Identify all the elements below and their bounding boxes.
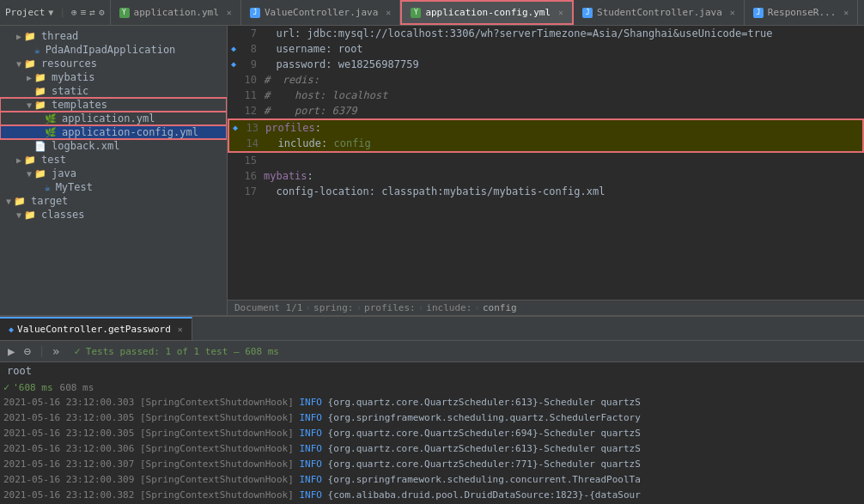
tree-label: java [52,167,76,179]
tab-label-ValueController-java: ValueController.java [265,7,378,18]
editor-tabs: Yapplication.yml✕JValueController.java✕Y… [111,0,864,25]
play-icon[interactable]: ▶ [5,343,17,360]
tree-label: logback.xml [52,140,119,152]
code-text: password: we18256987759 [264,57,861,72]
log-line: 2021-05-16 23:12:00.305 [SpringContextSh… [0,410,864,426]
code-text: config-location: classpath:mybatis/mybat… [264,184,861,199]
test-row: ✓ '608 ms 608 ms [0,380,864,395]
tree-item-static[interactable]: 📁static [0,84,227,98]
code-text: url: jdbc:mysql://localhost:3306/wh?serv… [264,26,861,41]
line-number: 9 [238,57,264,72]
toolbar-icons: Project ▼ | ⊕ ≡ ⇄ ⚙ [0,0,111,25]
line-number: 12 [238,103,264,118]
tab-bar: Project ▼ | ⊕ ≡ ⇄ ⚙ Yapplication.yml✕JVa… [0,0,864,26]
tree-item-mybatis[interactable]: ▶📁mybatis [0,70,227,84]
tree-arrow: ▼ [3,197,14,206]
log-line: 2021-05-16 23:12:00.306 [SpringContextSh… [0,441,864,457]
editor-content[interactable]: 7 url: jdbc:mysql://localhost:3306/wh?se… [228,26,864,300]
code-text: profiles: [265,120,859,136]
breadcrumb-item: profiles: [364,302,416,313]
breadcrumb-separator: › [474,302,480,313]
line-number: 11 [238,88,264,103]
tab-close-application-yml[interactable]: ✕ [227,8,232,17]
tree-item-application_yml[interactable]: 🌿application.yml [0,112,227,125]
tree-icon: 📁 [24,209,36,221]
code-line-7: 7 url: jdbc:mysql://localhost:3306/wh?se… [228,26,864,41]
breadcrumb-separator: › [305,302,311,313]
settings-icon[interactable]: ⚙ [99,7,105,18]
tree-item-target[interactable]: ▼📁target [0,194,227,208]
tree-item-test[interactable]: ▶📁test [0,153,227,167]
tab-application-config-yml[interactable]: Yapplication-config.yml✕ [400,0,574,25]
bottom-content[interactable]: root ✓ '608 ms 608 ms 2021-05-16 23:12:0… [0,362,864,504]
more-icon[interactable]: » [50,343,62,360]
tab-close-ResponseR-java[interactable]: ✕ [843,8,849,17]
code-text: # host: localhost [264,88,861,103]
stop-icon[interactable]: ⊖ [21,343,33,360]
tree-icon: 📁 [24,58,36,70]
gutter-mark [233,136,240,151]
tree-icon: 📁 [34,100,46,111]
log-text: 2021-05-16 23:12:00.382 [SpringContextSh… [3,489,641,502]
tree-arrow: ▼ [14,210,24,220]
breadcrumb-item: spring: [313,302,353,313]
log-lines: 2021-05-16 23:12:00.303 [SpringContextSh… [0,395,864,503]
tree-icon: ☕ [45,182,51,193]
bottom-tab-valuecontroller[interactable]: ◆ ValueController.getPassword ✕ [0,317,192,340]
tab-icon-application-config-yml: Y [411,8,421,18]
bottom-toolbar: ▶ ⊖ | » ✓ Tests passed: 1 of 1 test – 60… [0,341,864,362]
tree-label: templates [52,99,107,111]
tree-icon: ☕ [34,45,40,56]
tree-item-templates[interactable]: ▼📁templates [0,98,227,112]
tab-application-yml[interactable]: Yapplication.yml✕ [111,0,241,25]
editor-area: 7 url: jdbc:mysql://localhost:3306/wh?se… [228,26,864,315]
bottom-tab-close[interactable]: ✕ [178,325,183,334]
log-line: 2021-05-16 23:12:00.305 [SpringContextSh… [0,426,864,441]
tree-icon: 📁 [34,168,46,179]
tree-item-MyTest[interactable]: ☕MyTest [0,180,227,194]
tab-ResponseR-java[interactable]: JResponseR...✕ [745,0,859,25]
tree-item-thread[interactable]: ▶📁thread [0,29,227,43]
tab-ValueController-java[interactable]: JValueController.java✕ [241,0,400,25]
bottom-tab-label: ValueController.getPassword [17,324,171,335]
test-result-text: Tests passed: 1 of 1 test – 608 ms [86,346,279,357]
sidebar: ▶📁thread☕PdaAndIpadApplication▼📁resource… [0,26,228,315]
breadcrumb: Document 1/1 › spring: › profiles: › inc… [228,300,864,315]
breadcrumb-item: include: [426,302,472,313]
tree-icon: 📁 [34,86,46,97]
tab-StudentController-java[interactable]: JStudentController.java✕ [574,0,745,25]
tab-close-application-config-yml[interactable]: ✕ [558,8,563,17]
bottom-tab-icon: ◆ [9,325,14,334]
breadcrumb-item: config [483,302,517,313]
log-text: 2021-05-16 23:12:00.309 [SpringContextSh… [3,473,641,487]
tree-icon: 📁 [24,155,36,166]
breadcrumb-item: Document 1/1 [234,302,302,313]
tree-item-PdaAndIpadApplication[interactable]: ☕PdaAndIpadApplication [0,43,227,57]
gutter-mark: ◆ [231,41,238,57]
sync-icon[interactable]: ⇄ [89,7,95,18]
list-icon[interactable]: ≡ [81,7,87,18]
tree-item-application-config_yml[interactable]: 🌿application-config.yml [0,125,227,139]
add-icon[interactable]: ⊕ [71,7,77,18]
line-number: 15 [238,153,264,168]
line-number: 16 [238,168,264,184]
tab-close-StudentController-java[interactable]: ✕ [730,8,735,17]
tree-item-logback_xml[interactable]: 📄logback.xml [0,139,227,153]
log-text: 2021-05-16 23:12:00.305 [SpringContextSh… [3,411,641,425]
tree-arrow: ▼ [14,59,24,69]
code-line-8: ◆8 username: root [228,41,864,57]
tree-arrow: ▶ [14,32,24,41]
line-number: 17 [238,184,264,199]
tab-icon-StudentController-java: J [582,8,593,18]
tree-item-resources[interactable]: ▼📁resources [0,57,227,70]
tree-item-java[interactable]: ▼📁java [0,167,227,180]
breadcrumb-separator: › [418,302,424,313]
line-number: 14 [240,136,265,151]
dropdown-icon[interactable]: ▼ [48,8,53,17]
gutter-mark [231,103,238,118]
check-icon: ✓ [75,345,81,357]
test-check-icon: ✓ [3,381,9,393]
test-ms-badge: '608 ms [13,382,52,393]
tab-close-ValueController-java[interactable]: ✕ [386,8,391,17]
tree-item-classes[interactable]: ▼📁classes [0,208,227,222]
